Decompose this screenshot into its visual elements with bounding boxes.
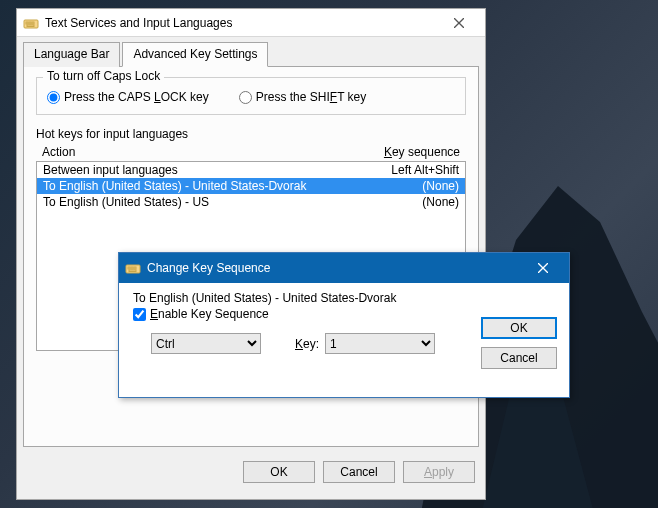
capslock-legend: To turn off Caps Lock [43,69,164,83]
list-item-sequence: (None) [369,179,459,193]
change-key-sequence-dialog: Change Key Sequence To English (United S… [118,252,570,398]
tab-advanced-key-settings[interactable]: Advanced Key Settings [122,42,268,67]
titlebar: Change Key Sequence [119,253,569,283]
key-label: Key: [295,337,319,351]
column-key-sequence: Key sequence [384,145,460,159]
hotkeys-column-headers: Action Key sequence [36,143,466,161]
list-item[interactable]: To English (United States) - US (None) [37,194,465,210]
ok-button[interactable]: OK [243,461,315,483]
keyboard-icon [23,15,39,31]
list-item-sequence: (None) [369,195,459,209]
close-button[interactable] [523,258,563,278]
tabstrip: Language Bar Advanced Key Settings [23,41,479,67]
capslock-groupbox: To turn off Caps Lock Press the CAPS LOC… [36,77,466,115]
cancel-button[interactable]: Cancel [323,461,395,483]
apply-button: Apply [403,461,475,483]
dialog-button-column: OK Cancel [481,317,557,369]
radio-press-shift-input[interactable] [239,91,252,104]
window-title: Change Key Sequence [147,261,523,275]
dialog-button-row: OK Cancel Apply [17,453,485,493]
close-button[interactable] [439,13,479,33]
svg-rect-3 [32,22,34,24]
svg-rect-11 [129,270,136,272]
keyboard-icon [125,260,141,276]
radio-press-capslock[interactable]: Press the CAPS LOCK key [47,90,209,104]
svg-rect-9 [131,267,133,269]
radio-press-capslock-label: Press the CAPS LOCK key [64,90,209,104]
list-item-action: Between input languages [43,163,369,177]
enable-key-sequence-label: Enable Key Sequence [150,307,269,321]
svg-rect-1 [26,22,28,24]
capslock-options: Press the CAPS LOCK key Press the SHIFT … [47,90,455,104]
radio-press-shift[interactable]: Press the SHIFT key [239,90,367,104]
ok-button[interactable]: OK [481,317,557,339]
list-item[interactable]: To English (United States) - United Stat… [37,178,465,194]
svg-rect-10 [134,267,136,269]
list-item-action: To English (United States) - United Stat… [43,179,369,193]
enable-key-sequence-input[interactable] [133,308,146,321]
svg-rect-2 [29,22,31,24]
list-item[interactable]: Between input languages Left Alt+Shift [37,162,465,178]
list-item-sequence: Left Alt+Shift [369,163,459,177]
dialog-body: To English (United States) - United Stat… [119,283,569,397]
svg-rect-4 [27,25,34,27]
target-language-label: To English (United States) - United Stat… [133,291,555,305]
radio-press-shift-label: Press the SHIFT key [256,90,367,104]
key-select[interactable]: 1 [325,333,435,354]
column-action: Action [42,145,384,159]
modifier-select[interactable]: Ctrl [151,333,261,354]
radio-press-capslock-input[interactable] [47,91,60,104]
window-title: Text Services and Input Languages [45,16,439,30]
hotkeys-section-label: Hot keys for input languages [36,127,466,141]
cancel-button[interactable]: Cancel [481,347,557,369]
titlebar: Text Services and Input Languages [17,9,485,37]
tab-language-bar[interactable]: Language Bar [23,42,120,67]
svg-rect-8 [128,267,130,269]
list-item-action: To English (United States) - US [43,195,369,209]
